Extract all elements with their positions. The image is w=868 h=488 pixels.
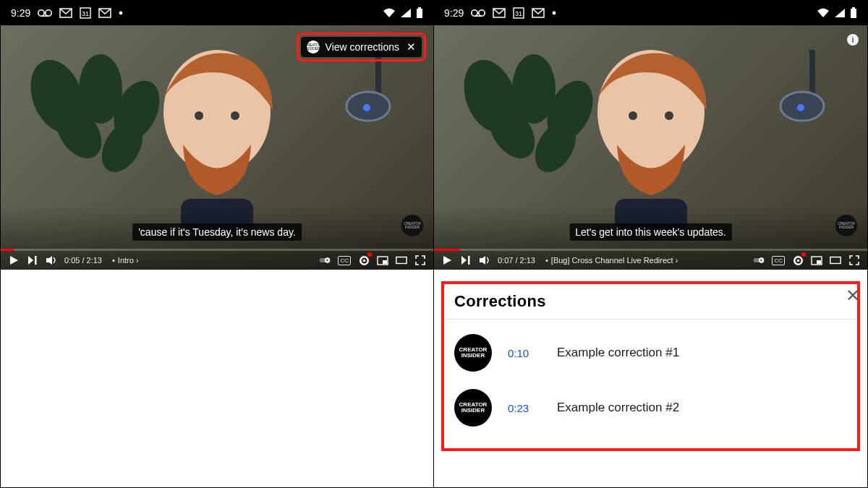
svg-point-18 — [363, 104, 370, 111]
svg-rect-50 — [809, 50, 815, 93]
person-decor — [575, 43, 727, 231]
status-bar: 9:29 31 — [434, 1, 867, 25]
next-icon[interactable] — [27, 254, 38, 266]
close-icon[interactable]: ✕ — [846, 286, 860, 306]
svg-rect-60 — [468, 256, 470, 265]
svg-rect-25 — [35, 256, 37, 265]
chapter-label[interactable]: [Bug] Cross Channel Live Redirect › — [542, 256, 678, 265]
video-player[interactable]: i Let's get into this week's updates. CR… — [434, 25, 867, 270]
svg-text:31: 31 — [82, 10, 89, 17]
fullscreen-icon[interactable] — [414, 254, 426, 266]
left-panel: 9:29 31 CREATOR INSIDER V — [1, 1, 434, 487]
settings-icon[interactable] — [358, 254, 370, 266]
close-card-icon[interactable]: ✕ — [405, 40, 416, 53]
divider — [444, 319, 857, 320]
cc-icon[interactable]: CC — [772, 256, 785, 265]
autoplay-toggle-icon[interactable] — [319, 254, 331, 266]
signal-icon — [834, 8, 846, 18]
svg-rect-34 — [396, 257, 407, 264]
person-decor — [141, 43, 293, 231]
svg-point-42 — [553, 12, 556, 15]
timecode: 0:05 / 2:13 — [64, 256, 102, 265]
voicemail-icon — [38, 9, 52, 17]
corrections-title: Corrections — [454, 292, 546, 311]
status-bar: 9:29 31 — [1, 1, 433, 25]
status-time: 9:29 — [444, 7, 464, 19]
miniplayer-icon[interactable] — [377, 254, 388, 266]
player-controls: 0:05 / 2:13 Intro › CC — [1, 251, 433, 270]
svg-rect-44 — [852, 7, 855, 9]
more-dot-icon — [552, 11, 556, 15]
calendar-icon: 31 — [513, 7, 524, 19]
more-dot-icon — [119, 11, 123, 15]
volume-icon[interactable] — [46, 254, 57, 266]
view-corrections-label: View corrections — [326, 41, 399, 53]
wifi-icon — [817, 8, 830, 18]
battery-icon — [850, 7, 857, 19]
channel-avatar-icon: CREATOR INSIDER — [307, 40, 320, 53]
correction-timestamp[interactable]: 0:23 — [508, 402, 541, 414]
voicemail-icon — [471, 9, 485, 17]
svg-rect-69 — [830, 257, 841, 264]
svg-point-31 — [362, 259, 365, 262]
correction-timestamp[interactable]: 0:10 — [508, 347, 541, 359]
closed-caption-text: Let's get into this week's updates. — [569, 223, 731, 241]
view-corrections-highlight: CREATOR INSIDER View corrections ✕ — [297, 33, 426, 61]
wifi-icon — [383, 8, 396, 18]
right-panel: 9:29 31 i Let's get into this week's upd… — [434, 1, 867, 487]
view-corrections-card[interactable]: CREATOR INSIDER View corrections ✕ — [301, 37, 422, 57]
svg-point-7 — [119, 12, 123, 15]
svg-marker-61 — [480, 256, 485, 265]
svg-point-66 — [796, 259, 799, 262]
chapter-label[interactable]: Intro › — [109, 256, 139, 265]
battery-icon — [416, 7, 423, 19]
signal-icon — [400, 8, 412, 18]
svg-marker-24 — [28, 256, 33, 265]
gmail-icon — [532, 8, 545, 18]
info-icon[interactable]: i — [847, 34, 859, 46]
corrections-panel-highlight: Corrections ✕ CREATOR INSIDER 0:10 Examp… — [441, 281, 860, 451]
svg-rect-43 — [851, 9, 856, 18]
settings-icon[interactable] — [792, 254, 804, 266]
svg-marker-23 — [10, 256, 18, 265]
svg-rect-68 — [817, 260, 821, 264]
cc-icon[interactable]: CC — [338, 256, 351, 265]
correction-item[interactable]: CREATOR INSIDER 0:23 Example correction … — [454, 380, 847, 435]
next-icon[interactable] — [460, 254, 472, 266]
play-icon[interactable] — [8, 254, 20, 266]
svg-rect-8 — [417, 9, 422, 18]
channel-avatar-icon: CREATOR INSIDER — [454, 334, 492, 372]
gmail-icon — [493, 8, 506, 18]
svg-rect-33 — [383, 260, 387, 264]
theater-icon[interactable] — [830, 254, 841, 266]
miniplayer-icon[interactable] — [811, 254, 822, 266]
microphone-decor — [332, 50, 404, 151]
correction-text: Example correction #2 — [557, 401, 679, 415]
svg-point-56 — [665, 111, 673, 120]
svg-point-36 — [479, 10, 485, 16]
channel-watermark[interactable]: CREATOR INSIDER — [401, 215, 423, 236]
autoplay-toggle-icon[interactable] — [753, 254, 765, 266]
player-controls: 0:07 / 2:13 [Bug] Cross Channel Live Red… — [434, 251, 867, 270]
svg-point-0 — [38, 10, 44, 16]
channel-watermark[interactable]: CREATOR INSIDER — [835, 215, 857, 236]
correction-item[interactable]: CREATOR INSIDER 0:10 Example correction … — [454, 325, 847, 380]
comparison-container: 9:29 31 CREATOR INSIDER V — [0, 0, 868, 488]
fullscreen-icon[interactable] — [848, 254, 860, 266]
svg-point-1 — [46, 10, 51, 16]
channel-avatar-icon: CREATOR INSIDER — [454, 389, 492, 427]
svg-marker-58 — [443, 256, 451, 265]
svg-marker-59 — [461, 256, 467, 265]
calendar-icon: 31 — [80, 7, 91, 19]
theater-icon[interactable] — [396, 254, 407, 266]
correction-text: Example correction #1 — [557, 346, 679, 360]
status-time: 9:29 — [11, 7, 30, 19]
timecode: 0:07 / 2:13 — [498, 256, 535, 265]
svg-point-35 — [472, 10, 477, 16]
svg-point-20 — [195, 111, 203, 120]
svg-marker-26 — [46, 256, 52, 265]
video-player[interactable]: CREATOR INSIDER View corrections ✕ 'caus… — [1, 25, 433, 270]
volume-icon[interactable] — [479, 254, 490, 266]
gmail-icon — [98, 8, 111, 18]
play-icon[interactable] — [441, 254, 453, 266]
